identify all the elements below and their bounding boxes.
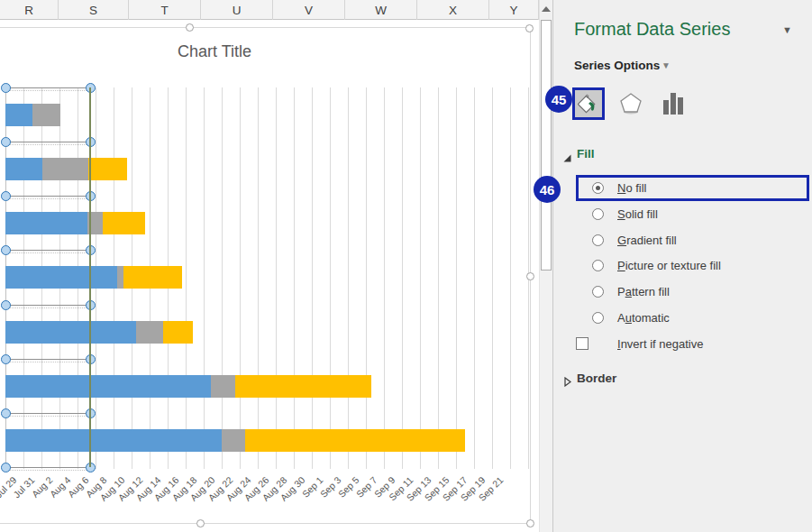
selection-handle[interactable] [1,408,11,418]
bar-segment-blue[interactable] [5,104,32,126]
option-row-picture-or-texture-fill[interactable]: Picture or texture fill [576,252,808,279]
selection-handle[interactable] [1,191,11,201]
bar-segment-blue[interactable] [5,429,222,452]
selection-handle[interactable] [1,83,11,93]
bar-segment-blue[interactable] [5,321,136,344]
chart-resize-handle[interactable] [525,24,534,32]
series-options-label[interactable]: Series Options [574,59,660,72]
option-radio[interactable] [592,208,604,220]
bar-segment-yellow[interactable] [123,266,182,289]
series-selection-outline-dotted [5,307,90,308]
chart-resize-handle[interactable] [526,272,534,280]
worksheet[interactable]: RSTUVWXY Chart Title Jul 29Jul 31Aug 2Au… [0,0,539,532]
column-header-Y[interactable]: Y [489,0,539,20]
bar-chart-icon [661,91,685,116]
bar-segment-blue[interactable] [5,375,211,398]
vertical-scrollbar[interactable] [539,0,553,532]
bar-segment-blue[interactable] [5,158,42,180]
option-label: Picture or texture fill [617,259,721,272]
chart-resize-handle[interactable] [186,23,194,32]
series-selection-outline[interactable] [5,467,90,468]
option-radio[interactable] [592,260,604,271]
selection-handle[interactable] [1,137,11,147]
series-selection-outline-dotted [5,416,90,417]
series-selection-outline[interactable] [5,142,90,142]
option-radio[interactable] [592,234,604,246]
option-label: Pattern fill [617,285,670,298]
bar-segment-blue[interactable] [5,212,87,234]
bar-segment-yellow[interactable] [103,212,145,234]
bar-segment-yellow[interactable] [235,375,371,398]
series-selection-outline[interactable] [5,359,90,360]
series-selection-outline[interactable] [5,87,90,88]
pane-options-chevron-icon[interactable]: ▼ [782,24,792,35]
selection-handle[interactable] [1,354,11,364]
series-selection-outline[interactable] [5,413,90,414]
gridline [366,87,367,469]
series-selection-outline[interactable] [5,250,90,251]
bar-segment-gray[interactable] [32,104,60,126]
column-header-S[interactable]: S [59,0,129,20]
column-header-V[interactable]: V [273,0,345,20]
selection-handle[interactable] [1,463,11,472]
selection-marker-line [89,87,91,467]
border-collapse-icon[interactable] [564,374,571,390]
option-row-gradient-fill[interactable]: Gradient fill [576,227,808,253]
selection-handle[interactable] [1,300,11,310]
fill-expand-icon[interactable] [563,150,571,166]
chart-border-bottom [0,523,531,524]
bar-segment-yellow[interactable] [245,429,465,452]
bar-segment-gray[interactable] [42,158,88,180]
pentagon-icon [618,91,643,116]
tab-series-options[interactable] [657,87,689,120]
series-options-chevron-icon[interactable]: ▼ [661,60,671,70]
option-radio[interactable] [592,182,604,194]
scroll-up-button[interactable] [540,0,552,18]
column-header-X[interactable]: X [417,0,489,20]
bar-segment-blue[interactable] [5,266,117,289]
column-header-W[interactable]: W [345,0,417,20]
gridline [258,87,259,469]
option-row-pattern-fill[interactable]: Pattern fill [576,279,808,305]
option-row-solid-fill[interactable]: Solid fill [576,201,808,227]
tab-effects[interactable] [615,87,647,120]
gridline [348,87,349,469]
annotation-circle-46: 46 [534,176,561,203]
fill-section-label[interactable]: Fill [577,147,595,161]
column-header-T[interactable]: T [129,0,201,20]
bar-segment-yellow[interactable] [163,321,193,344]
series-selection-outline[interactable] [5,196,90,197]
column-header-R[interactable]: R [0,0,59,20]
gridline [492,87,493,469]
border-section-label[interactable]: Border [577,371,616,385]
option-row-no-fill[interactable]: No fill [576,175,808,201]
gridline [294,87,295,469]
scrollbar-thumb[interactable] [541,20,552,271]
paint-bucket-icon [578,93,599,115]
column-header-U[interactable]: U [201,0,273,20]
option-radio[interactable] [592,286,604,298]
invert-checkbox[interactable] [576,337,588,350]
bar-segment-gray[interactable] [211,375,235,398]
gridline [456,87,457,469]
gridline [510,87,511,469]
gridline [474,87,475,469]
bar-segment-gray[interactable] [222,429,245,452]
series-selection-outline[interactable] [5,305,90,306]
chart-resize-handle[interactable] [526,519,534,527]
bar-segment-yellow[interactable] [88,158,127,180]
invert-if-negative-row[interactable]: Invert if negative [576,331,808,357]
gridline [438,87,439,469]
gridline [420,87,421,469]
gridline [402,87,403,469]
bar-segment-gray[interactable] [117,266,123,289]
bar-segment-gray[interactable] [136,321,163,344]
chart-resize-handle[interactable] [196,519,205,527]
tab-fill-line[interactable] [572,87,605,120]
series-selection-outline-dotted [5,470,90,471]
option-row-automatic[interactable]: Automatic [576,305,808,331]
series-selection-outline-dotted [5,362,90,362]
selection-handle[interactable] [1,245,11,255]
chart-title[interactable]: Chart Title [124,42,305,61]
option-radio[interactable] [592,312,604,324]
